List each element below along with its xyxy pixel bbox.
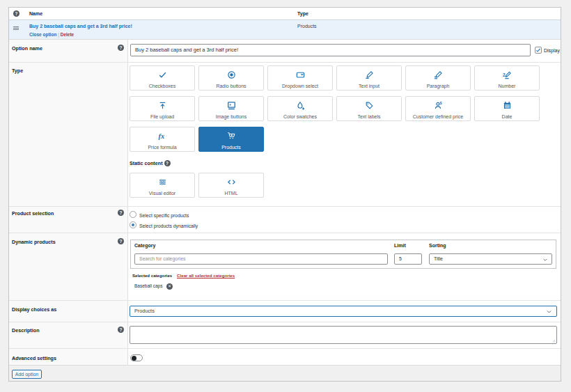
svg-text:fx: fx [158, 132, 164, 140]
svg-text:2: 2 [503, 72, 506, 77]
svg-text:$: $ [439, 102, 441, 105]
